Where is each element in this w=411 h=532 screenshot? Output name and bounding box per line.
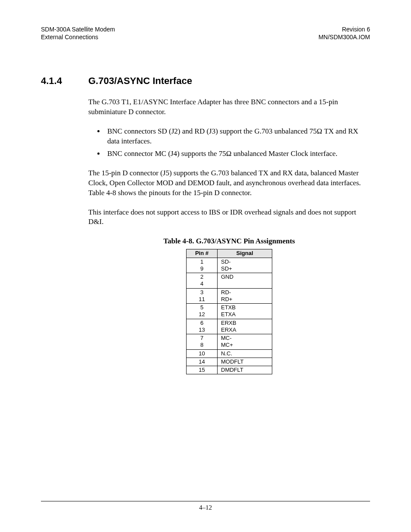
section-heading: 4.1.4 G.703/ASYNC Interface: [41, 75, 370, 87]
header-right-line1: Revision 6: [342, 26, 370, 33]
cell-pin: 2 4: [187, 273, 218, 289]
table-row: 5 12ETXB ETXA: [187, 304, 272, 319]
table-row: 14MODFLT: [187, 358, 272, 366]
header-left-line1: SDM-300A Satellite Modem: [41, 26, 115, 33]
cell-pin: 1 9: [187, 258, 218, 273]
table-row: 1 9SD- SD+: [187, 258, 272, 273]
bullet-item: BNC connectors SD (J2) and RD (J3) suppo…: [105, 127, 370, 146]
table-caption: Table 4-8. G.703/ASYNC Pin Assignments: [88, 236, 370, 246]
cell-signal: SD- SD+: [218, 258, 272, 273]
cell-signal: RD- RD+: [218, 288, 272, 304]
cell-pin: 14: [187, 358, 218, 366]
table-row: 15DMDFLT: [187, 366, 272, 374]
table-row: 6 13ERXB ERXA: [187, 319, 272, 334]
table-row: 3 11RD- RD+: [187, 288, 272, 304]
page-header: SDM-300A Satellite ModemExternal Connect…: [41, 26, 370, 41]
section-number: 4.1.4: [41, 75, 88, 87]
cell-signal: DMDFLT: [218, 366, 272, 374]
header-left: SDM-300A Satellite ModemExternal Connect…: [41, 26, 115, 41]
paragraph-2: The 15-pin D connector (J5) supports the…: [88, 168, 370, 198]
table-row: 2 4GND: [187, 273, 272, 289]
section-body: The G.703 T1, E1/ASYNC Interface Adapter…: [88, 97, 370, 374]
section-title: G.703/ASYNC Interface: [88, 75, 192, 87]
cell-signal: MC- MC+: [218, 334, 272, 350]
cell-pin: 3 11: [187, 288, 218, 304]
bullet-list: BNC connectors SD (J2) and RD (J3) suppo…: [88, 127, 370, 159]
paragraph-3: This interface does not support access t…: [88, 208, 370, 227]
cell-signal: N.C.: [218, 349, 272, 358]
table-row: 10N.C.: [187, 349, 272, 358]
cell-signal: ETXB ETXA: [218, 304, 272, 319]
bullet-item: BNC connector MC (J4) supports the 75Ω u…: [105, 149, 370, 159]
cell-pin: 7 8: [187, 334, 218, 350]
cell-signal: ERXB ERXA: [218, 319, 272, 334]
table-header-signal: Signal: [218, 249, 272, 258]
cell-pin: 6 13: [187, 319, 218, 334]
table-header-pin: Pin #: [187, 249, 218, 258]
cell-signal: MODFLT: [218, 358, 272, 366]
page-footer: 4–12: [41, 501, 370, 511]
page: SDM-300A Satellite ModemExternal Connect…: [0, 0, 411, 532]
page-number: 4–12: [199, 504, 212, 511]
cell-pin: 10: [187, 349, 218, 358]
cell-pin: 15: [187, 366, 218, 374]
intro-paragraph: The G.703 T1, E1/ASYNC Interface Adapter…: [88, 97, 370, 117]
header-left-line2: External Connections: [41, 34, 98, 40]
cell-pin: 5 12: [187, 304, 218, 319]
header-right: Revision 6MN/SDM300A.IOM: [318, 26, 370, 41]
cell-signal: GND: [218, 273, 272, 289]
header-right-line2: MN/SDM300A.IOM: [318, 34, 370, 40]
pin-assignments-table: Pin # Signal 1 9SD- SD+ 2 4GND 3 11RD- R…: [186, 249, 272, 374]
table-row: 7 8MC- MC+: [187, 334, 272, 350]
